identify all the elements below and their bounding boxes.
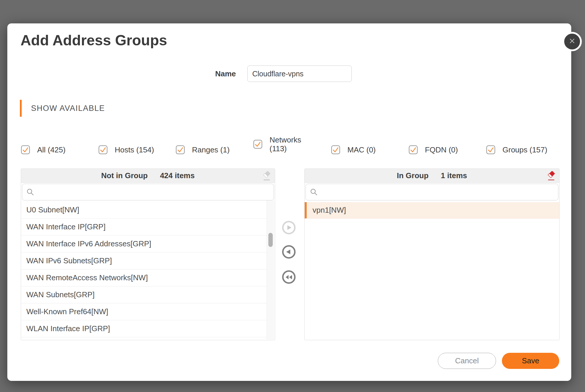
filter-checkbox-mac[interactable]: MAC (0) (331, 145, 376, 154)
filter-label: Hosts (154) (115, 145, 154, 154)
panel-count: 1 items (441, 171, 467, 180)
filter-checkbox-fqdn[interactable]: FQDN (0) (409, 145, 458, 154)
in-group-panel: In Group 1 items vpn1[NW] (304, 169, 560, 340)
list-item[interactable]: WAN Interface IPv6 Addresses[GRP] (21, 235, 267, 252)
list-item-label: vpn1[NW] (313, 206, 346, 215)
list-item[interactable]: WAN RemoteAccess Networks[NW] (21, 269, 267, 286)
close-icon (568, 37, 577, 47)
not-in-group-list: U0 Subnet[NW] WAN Interface IP[GRP] WAN … (21, 202, 275, 340)
list-item-label: U0 Subnet[NW] (26, 205, 79, 214)
list-item-label: WAN Subnets[GRP] (26, 290, 95, 299)
panel-count: 424 items (160, 171, 195, 180)
section-accent-bar (20, 100, 22, 117)
filter-label-line1: Networks (270, 135, 301, 144)
filter-label: Groups (157) (502, 145, 547, 154)
search-icon (26, 188, 35, 196)
filter-label: FQDN (0) (425, 145, 458, 154)
save-button[interactable]: Save (502, 353, 559, 369)
scrollbar-thumb[interactable] (268, 233, 273, 247)
not-in-group-search (22, 184, 274, 200)
panel-title: Not in Group (101, 171, 148, 180)
filter-checkbox-ranges[interactable]: Ranges (1) (176, 145, 230, 154)
filter-checkbox-networks[interactable]: Networks (113) (253, 135, 301, 153)
close-button[interactable] (562, 32, 582, 51)
checkbox-checked-icon (253, 140, 262, 149)
list-item[interactable]: U0 Subnet[NW] (21, 202, 267, 219)
search-input[interactable] (318, 184, 558, 200)
checkbox-checked-icon (21, 145, 30, 154)
clear-list-eraser-red-icon[interactable] (546, 171, 556, 181)
double-arrow-left-icon (284, 273, 293, 281)
move-all-left-button[interactable] (282, 270, 296, 284)
filter-checkbox-groups[interactable]: Groups (157) (486, 145, 547, 154)
checkbox-checked-icon (486, 145, 495, 154)
list-item[interactable]: Well-Known Pref64[NW] (21, 303, 267, 320)
cancel-button[interactable]: Cancel (438, 353, 496, 369)
list-item[interactable]: WLAN Interface IP[GRP] (21, 320, 267, 337)
clear-list-eraser-icon[interactable] (262, 171, 271, 181)
section-title: SHOW AVAILABLE (31, 104, 105, 113)
save-button-label: Save (522, 356, 539, 365)
list-item-label: WAN RemoteAccess Networks[NW] (26, 273, 148, 282)
checkbox-checked-icon (99, 145, 107, 154)
not-in-group-panel: Not in Group 424 items U0 Subnet[NW] (21, 169, 275, 340)
arrow-left-icon (284, 247, 293, 256)
search-icon (310, 188, 318, 196)
add-address-groups-dialog: Add Address Groups Name SHOW AVAILABLE A… (7, 23, 571, 381)
list-item-label: WAN IPv6 Subnets[GRP] (26, 256, 112, 265)
in-group-list: vpn1[NW] (305, 202, 559, 340)
filter-label: All (425) (37, 145, 66, 154)
checkbox-checked-icon (176, 145, 185, 154)
checkbox-checked-icon (331, 145, 340, 154)
filter-checkbox-all[interactable]: All (425) (21, 145, 66, 154)
filter-label: Ranges (1) (192, 145, 230, 154)
page-title: Add Address Groups (20, 32, 167, 49)
scrollbar-track[interactable] (267, 200, 274, 339)
list-item-label: WAN Interface IPv6 Addresses[GRP] (26, 239, 151, 248)
list-item[interactable]: WAN IPv6 Subnets[GRP] (21, 252, 267, 269)
filter-checkbox-hosts[interactable]: Hosts (154) (99, 145, 154, 154)
list-item-label: WAN Interface IP[GRP] (26, 222, 106, 231)
in-group-search (306, 184, 558, 200)
list-item[interactable]: WAN Subnets[GRP] (21, 286, 267, 303)
checkbox-checked-icon (409, 145, 418, 154)
arrow-right-icon (284, 223, 293, 232)
in-group-header: In Group 1 items (305, 169, 559, 183)
move-right-button[interactable] (282, 221, 296, 234)
filter-label: MAC (0) (347, 145, 376, 154)
not-in-group-header: Not in Group 424 items (21, 169, 275, 183)
name-input[interactable] (247, 66, 352, 82)
cancel-button-label: Cancel (455, 356, 479, 365)
list-item[interactable]: WAN Interface IP[GRP] (21, 219, 267, 235)
list-item-label: Well-Known Pref64[NW] (26, 307, 108, 316)
list-item-selected[interactable]: vpn1[NW] (305, 202, 559, 219)
panel-title: In Group (397, 171, 428, 180)
name-field-label: Name (192, 69, 236, 78)
filter-label-line2: (113) (270, 144, 301, 153)
filter-label: Networks (113) (270, 135, 301, 153)
search-input[interactable] (35, 184, 274, 200)
move-left-button[interactable] (282, 245, 296, 259)
list-item-label: WLAN Interface IP[GRP] (26, 324, 110, 333)
